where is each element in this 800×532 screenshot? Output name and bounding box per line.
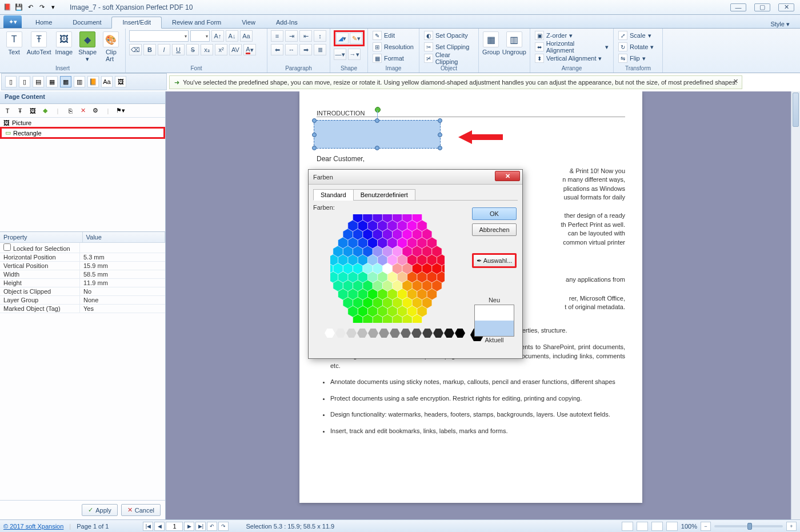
tb-copy-icon[interactable]: ⎘ (65, 106, 75, 116)
first-page-icon[interactable]: |◀ (143, 522, 153, 531)
zorder-button[interactable]: ▣Z-order ▾ (534, 30, 610, 41)
apply-button[interactable]: ✓Apply (82, 504, 118, 516)
text-button[interactable]: TText (3, 30, 25, 55)
tab-home[interactable]: Home (25, 17, 62, 28)
tab-custom[interactable]: Benutzerdefiniert (353, 189, 415, 201)
bold-icon[interactable]: B (143, 44, 156, 55)
cancel-button[interactable]: ✕Cancel (121, 504, 161, 516)
handle-s[interactable] (375, 146, 379, 150)
dialog-cancel-button[interactable]: Abbrechen (472, 223, 517, 236)
tree-item-picture[interactable]: 🖼 Picture (0, 119, 165, 127)
para-align-icon[interactable]: ≡ (271, 30, 283, 42)
property-row[interactable]: Horizontal Position5.3 mm (0, 253, 165, 262)
shape-arrow-icon[interactable]: →▾ (348, 49, 361, 60)
group-button[interactable]: ▦Group (482, 30, 500, 55)
tab-review[interactable]: Review and Form (162, 17, 231, 28)
property-row[interactable]: Layer GroupNone (0, 296, 165, 305)
shape-outline-icon[interactable]: ✎▾ (350, 33, 362, 44)
scroll-thumb[interactable] (793, 93, 799, 127)
para-spacing-icon[interactable]: ↕ (314, 30, 326, 42)
selected-rectangle[interactable] (314, 120, 441, 149)
font-color-icon[interactable]: A▾ (243, 44, 256, 55)
save-icon[interactable]: 💾 (14, 2, 24, 13)
tab-document[interactable]: Document (62, 17, 111, 28)
minimize-button[interactable]: — (730, 3, 746, 11)
text-icon[interactable]: Aa (101, 76, 113, 87)
handle-w[interactable] (312, 133, 317, 137)
char-spacing-icon[interactable]: A͏V (229, 44, 242, 55)
copyright-link[interactable]: © 2017 soft Xpansion (3, 523, 63, 530)
font-size-combo[interactable] (190, 30, 210, 42)
tb-more-icon[interactable]: ⚑▾ (115, 106, 126, 116)
zoom-slider[interactable] (714, 525, 783, 527)
prev-view-icon[interactable]: ↶ (207, 522, 217, 531)
handle-ne[interactable] (438, 118, 442, 123)
info-close-icon[interactable]: ✕ (733, 78, 738, 85)
handle-e[interactable] (438, 133, 442, 137)
flip-button[interactable]: ⇋Flip ▾ (617, 53, 655, 63)
tab-view[interactable]: View (231, 17, 266, 28)
layout1-icon[interactable]: ▤ (33, 76, 44, 87)
next-view-icon[interactable]: ↷ (218, 522, 229, 531)
redo-icon[interactable]: ↷ (37, 2, 47, 13)
tab-addins[interactable]: Add-Ins (266, 17, 308, 28)
shrink-font-icon[interactable]: A↓ (226, 30, 238, 42)
font-family-combo[interactable] (129, 30, 189, 42)
strike-icon[interactable]: S̶ (186, 44, 199, 55)
shape-button[interactable]: ◆Shape▾ (77, 30, 98, 63)
grow-font-icon[interactable]: A↑ (211, 30, 224, 42)
clear-format-icon[interactable]: ⌫ (129, 44, 142, 55)
scale-button[interactable]: ⤢Scale ▾ (617, 30, 655, 41)
view-mode1-icon[interactable] (622, 522, 633, 531)
handle-n[interactable] (375, 118, 379, 123)
subscript-icon[interactable]: x₂ (201, 44, 213, 55)
view-mode4-icon[interactable] (666, 522, 678, 531)
pic-icon[interactable]: 🖼 (115, 76, 126, 87)
superscript-icon[interactable]: x² (215, 44, 227, 55)
dialog-title[interactable]: Farben (309, 170, 522, 185)
last-page-icon[interactable]: ▶| (195, 522, 206, 531)
layout4-icon[interactable]: ▥ (74, 76, 85, 87)
lock-checkbox[interactable] (3, 243, 11, 251)
property-row[interactable]: Height11.9 mm (0, 279, 165, 287)
property-row[interactable]: Object is ClippedNo (0, 287, 165, 296)
halign-button[interactable]: ⬌Horizontal Alignment ▾ (534, 42, 610, 52)
align-left-icon[interactable]: ⬅ (271, 44, 283, 55)
tab-insert-edit[interactable]: Insert/Edit (111, 17, 162, 29)
layout3-icon[interactable]: ▩ (60, 76, 71, 87)
file-tab[interactable]: ✦▾ (3, 15, 22, 28)
image-format-button[interactable]: ▦Format (371, 53, 415, 63)
zoom-in-icon[interactable]: + (786, 522, 797, 531)
undo-icon[interactable]: ↶ (25, 2, 35, 13)
tb-image-icon[interactable]: 🖼 (27, 106, 38, 116)
property-row[interactable]: Vertical Position15.9 mm (0, 262, 165, 270)
eyedropper-button[interactable]: ✒Auswahl... (472, 253, 517, 268)
handle-sw[interactable] (312, 146, 317, 150)
valign-button[interactable]: ⬍Vertical Alignment ▾ (534, 53, 610, 63)
tb-props-icon[interactable]: ⚙ (90, 106, 101, 116)
property-row[interactable]: Locked for Selection (0, 243, 165, 253)
handle-se[interactable] (438, 146, 442, 150)
ungroup-button[interactable]: ▥Ungroup (502, 30, 526, 55)
underline-icon[interactable]: U (172, 44, 185, 55)
italic-icon[interactable]: I (158, 44, 170, 55)
ok-button[interactable]: OK (472, 207, 517, 220)
shape-line-icon[interactable]: —▾ (334, 49, 346, 60)
maximize-button[interactable]: ▢ (754, 3, 770, 11)
clear-clipping-button[interactable]: ✂̸Clear Clipping (423, 53, 475, 63)
set-opacity-button[interactable]: ◐Set Opacity (423, 30, 475, 41)
color-hexagon[interactable] (330, 214, 445, 323)
next-page-icon[interactable]: ▶ (184, 522, 194, 531)
tree-item-rectangle[interactable]: ▭ Rectangle (2, 129, 163, 137)
rotate-handle[interactable] (375, 107, 381, 113)
image-button[interactable]: 🖼Image (53, 30, 74, 55)
tb-delete-icon[interactable]: ✕ (78, 106, 88, 116)
para-indent-icon[interactable]: ⇥ (285, 30, 298, 42)
view-mode3-icon[interactable] (651, 522, 663, 531)
tb-shape-icon[interactable]: ◆ (40, 106, 50, 116)
change-case-icon[interactable]: Aa (240, 30, 253, 42)
vertical-scrollbar[interactable] (791, 91, 800, 519)
image-edit-button[interactable]: ✎Edit (371, 30, 415, 41)
property-row[interactable]: Marked Object (Tag)Yes (0, 305, 165, 313)
layout2-icon[interactable]: ▦ (46, 76, 58, 87)
